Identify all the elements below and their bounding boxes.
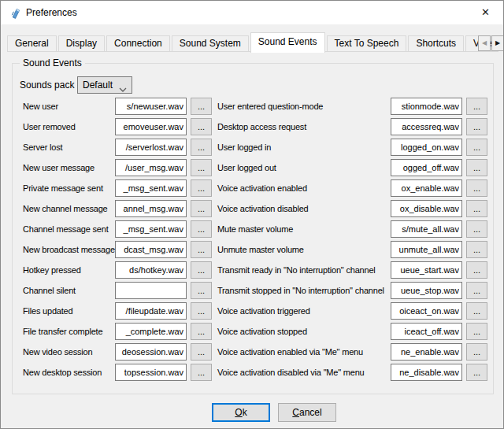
event-label: File transfer complete [23,323,102,340]
tab-scroll-left-button[interactable]: ◀ [478,35,491,51]
tab-sound-system[interactable]: Sound System [172,35,249,51]
event-label: New user message [23,159,94,176]
cancel-button[interactable]: Cancel [278,403,336,422]
browse-button[interactable]: ... [466,98,487,115]
event-label: New channel message [23,200,107,217]
browse-button[interactable]: ... [466,118,487,135]
browse-button[interactable]: ... [466,323,487,340]
event-label: Server lost [23,139,62,156]
tab-shortcuts[interactable]: Shortcuts [408,35,464,51]
sound-file-input[interactable] [115,220,187,238]
sound-file-input[interactable] [115,98,187,115]
chevron-right-icon: ▶ [495,39,500,46]
browse-button[interactable]: ... [191,241,212,258]
browse-button[interactable]: ... [191,261,212,279]
browse-button[interactable]: ... [466,220,487,238]
sound-file-input[interactable] [391,159,462,176]
event-label: Transmit stopped in "No interruption" ch… [217,282,384,299]
event-label: Voice activation enabled via "Me" menu [217,343,363,361]
event-label: Voice activation disabled via "Me" menu [217,364,365,381]
sound-file-input[interactable] [391,98,462,115]
event-label: Unmute master volume [217,241,304,258]
browse-button[interactable]: ... [466,241,487,258]
event-label: Transmit ready in "No interruption" chan… [217,261,376,279]
sound-file-input[interactable] [391,302,462,320]
event-label: Mute master volume [217,220,293,238]
ok-button[interactable]: Ok [212,403,270,422]
sound-file-input[interactable] [391,261,462,279]
close-icon: ✕ [481,6,490,18]
event-label: Channel message sent [23,220,109,238]
event-label: Private message sent [23,179,103,197]
sound-file-input[interactable] [115,159,187,176]
browse-button[interactable]: ... [191,343,212,361]
sound-file-input[interactable] [115,179,187,197]
browse-button[interactable]: ... [191,200,212,217]
tab-scroll-right-button[interactable]: ▶ [491,35,504,51]
app-icon [9,6,21,19]
browse-button[interactable]: ... [466,179,487,197]
browse-button[interactable]: ... [191,159,212,176]
browse-button[interactable]: ... [191,118,212,135]
sound-file-input[interactable] [391,179,462,197]
chevron-left-icon: ◀ [482,39,487,46]
event-label: Voice activation triggered [217,302,310,320]
browse-button[interactable]: ... [466,364,487,381]
window-title: Preferences [26,1,77,24]
sound-file-input[interactable] [115,323,187,340]
sound-file-input[interactable] [115,302,187,320]
sound-file-input[interactable] [115,343,187,361]
browse-button[interactable]: ... [466,282,487,299]
event-label: User entered question-mode [217,98,323,115]
browse-button[interactable]: ... [191,179,212,197]
browse-button[interactable]: ... [191,220,212,238]
sound-file-input[interactable] [391,343,462,361]
sound-file-input[interactable] [391,323,462,340]
tab-display[interactable]: Display [58,35,105,51]
browse-button[interactable]: ... [191,282,212,299]
sound-file-input[interactable] [391,241,462,258]
browse-button[interactable]: ... [191,98,212,115]
tab-sound-events[interactable]: Sound Events [250,32,325,53]
event-label: Voice activation enabled [217,179,307,197]
browse-button[interactable]: ... [191,139,212,156]
browse-button[interactable]: ... [191,323,212,340]
sound-file-input[interactable] [391,220,462,238]
sounds-pack-label: Sounds pack [20,76,74,94]
sound-file-input[interactable] [391,282,462,299]
browse-button[interactable]: ... [466,159,487,176]
event-label: New user [23,98,58,115]
browse-button[interactable]: ... [466,302,487,320]
browse-button[interactable]: ... [466,261,487,279]
sound-file-input[interactable] [115,118,187,135]
tab-general[interactable]: General [7,35,57,51]
event-label: New broadcast message [23,241,115,258]
sound-file-input[interactable] [391,200,462,217]
sounds-pack-value: Default [83,77,113,93]
tab-connection[interactable]: Connection [106,35,170,51]
tab-text-to-speech[interactable]: Text To Speech [327,35,407,51]
sounds-pack-select[interactable]: Default [77,76,132,94]
browse-button[interactable]: ... [466,139,487,156]
sound-file-input[interactable] [115,261,187,279]
sound-file-input[interactable] [391,364,462,381]
title-bar[interactable]: Preferences ✕ [1,1,503,24]
sound-file-input[interactable] [115,364,187,381]
group-title: Sound Events [20,57,85,69]
sound-file-input[interactable] [115,200,187,217]
sound-file-input[interactable] [115,282,187,299]
event-label: User logged in [217,139,271,156]
close-button[interactable]: ✕ [468,1,503,24]
event-label: Voice activation stopped [217,323,307,340]
preferences-dialog: Preferences ✕ GeneralDisplayConnectionSo… [0,0,504,429]
browse-button[interactable]: ... [191,302,212,320]
sound-file-input[interactable] [391,118,462,135]
browse-button[interactable]: ... [191,364,212,381]
event-label: Channel silent [23,282,76,299]
browse-button[interactable]: ... [466,200,487,217]
sound-file-input[interactable] [115,241,187,258]
sound-file-input[interactable] [115,139,187,156]
sound-file-input[interactable] [391,139,462,156]
tab-strip: GeneralDisplayConnectionSound SystemSoun… [7,32,504,53]
browse-button[interactable]: ... [466,343,487,361]
